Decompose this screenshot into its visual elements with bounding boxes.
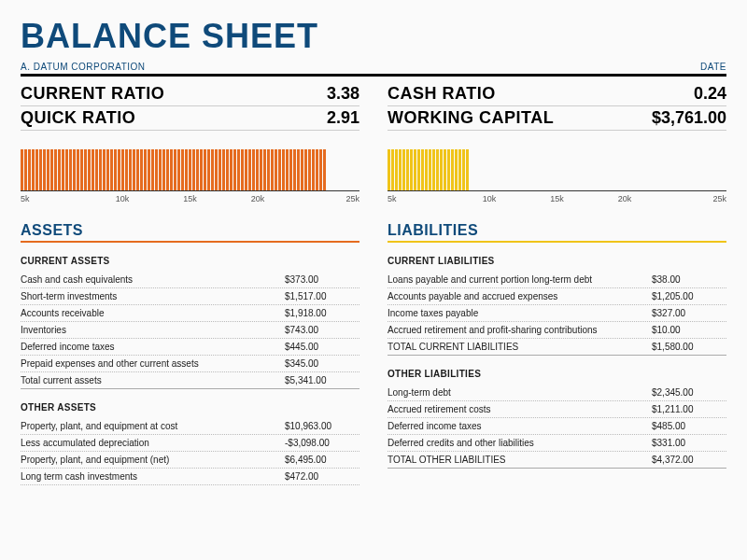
ratio-value: $3,761.00	[652, 108, 726, 128]
liabilities-section: LIABILITIES CURRENT LIABILITIES Loans pa…	[388, 222, 726, 485]
total-row: TOTAL OTHER LIABILITIES $4,372.00	[388, 452, 726, 469]
current-liabilities: CURRENT LIABILITIES Loans payable and cu…	[388, 256, 726, 356]
subheader: A. DATUM CORPORATION DATE	[21, 62, 726, 72]
section-title-assets: ASSETS	[21, 222, 359, 243]
section-title-liabilities: LIABILITIES	[388, 222, 726, 243]
line-item: Inventories$743.00	[21, 322, 359, 339]
date-label: DATE	[700, 62, 726, 72]
line-item: Deferred income taxes$485.00	[388, 418, 726, 435]
sections: ASSETS CURRENT ASSETS Cash and cash equi…	[21, 222, 726, 485]
chart-axis: 5k 10k 15k 20k 25k	[21, 190, 359, 203]
subsection-title: OTHER LIABILITIES	[388, 369, 726, 379]
line-item: Accounts payable and accrued expenses$1,…	[388, 288, 726, 305]
ratio-label: QUICK RATIO	[21, 108, 135, 128]
line-item: Cash and cash equivalents$373.00	[21, 272, 359, 288]
line-item: Accrued retirement costs$1,211.00	[388, 401, 726, 418]
ratio-label: WORKING CAPITAL	[388, 108, 554, 128]
ratio-row: CURRENT RATIO 3.38	[21, 82, 359, 106]
ratio-value: 3.38	[327, 84, 359, 104]
ratio-label: CASH RATIO	[388, 84, 496, 104]
line-item: Accounts receivable$1,918.00	[21, 305, 359, 322]
total-row: TOTAL CURRENT LIABILITIES $1,580.00	[388, 339, 726, 356]
ratio-row: QUICK RATIO 2.91	[21, 106, 359, 131]
line-item: Less accumulated depreciation-$3,098.00	[21, 435, 359, 452]
line-item: Loans payable and current portion long-t…	[388, 272, 726, 288]
page-title: BALANCE SHEET	[21, 17, 726, 56]
subsection-title: CURRENT ASSETS	[21, 256, 359, 266]
company-name: A. DATUM CORPORATION	[21, 62, 146, 72]
other-liabilities: OTHER LIABILITIES Long-term debt$2,345.0…	[388, 369, 726, 469]
other-assets: OTHER ASSETS Property, plant, and equipm…	[21, 402, 359, 485]
ratio-value: 0.24	[694, 84, 726, 104]
current-assets: CURRENT ASSETS Cash and cash equivalents…	[21, 256, 359, 389]
line-item: Long-term debt$2,345.00	[388, 385, 726, 401]
line-item: Deferred credits and other liabilities$3…	[388, 435, 726, 452]
divider	[21, 74, 726, 77]
line-item: Deferred income taxes$445.00	[21, 339, 359, 356]
line-item: Long term cash investments$472.00	[21, 469, 359, 485]
charts: 5k 10k 15k 20k 25k 5k 10k 15k 20k 25k	[21, 144, 726, 203]
line-item: Property, plant, and equipment (net)$6,4…	[21, 452, 359, 469]
line-item: Property, plant, and equipment at cost$1…	[21, 418, 359, 435]
subsection-title: OTHER ASSETS	[21, 402, 359, 413]
line-item: Accrued retirement and profit-sharing co…	[388, 322, 726, 339]
assets-chart: 5k 10k 15k 20k 25k	[21, 144, 359, 203]
line-item: Prepaid expenses and other current asset…	[21, 356, 359, 372]
ratio-row: CASH RATIO 0.24	[388, 82, 726, 106]
ratio-value: 2.91	[327, 108, 359, 128]
ratios-block: CURRENT RATIO 3.38 QUICK RATIO 2.91 CASH…	[21, 82, 726, 131]
chart-axis: 5k 10k 15k 20k 25k	[388, 190, 726, 203]
assets-section: ASSETS CURRENT ASSETS Cash and cash equi…	[21, 222, 359, 485]
total-row: Total current assets $5,341.00	[21, 372, 359, 389]
subsection-title: CURRENT LIABILITIES	[388, 256, 726, 266]
ratio-row: WORKING CAPITAL $3,761.00	[388, 106, 726, 131]
ratio-label: CURRENT RATIO	[21, 84, 164, 104]
liabilities-chart: 5k 10k 15k 20k 25k	[388, 144, 726, 203]
line-item: Short-term investments$1,517.00	[21, 288, 359, 305]
line-item: Income taxes payable$327.00	[388, 305, 726, 322]
